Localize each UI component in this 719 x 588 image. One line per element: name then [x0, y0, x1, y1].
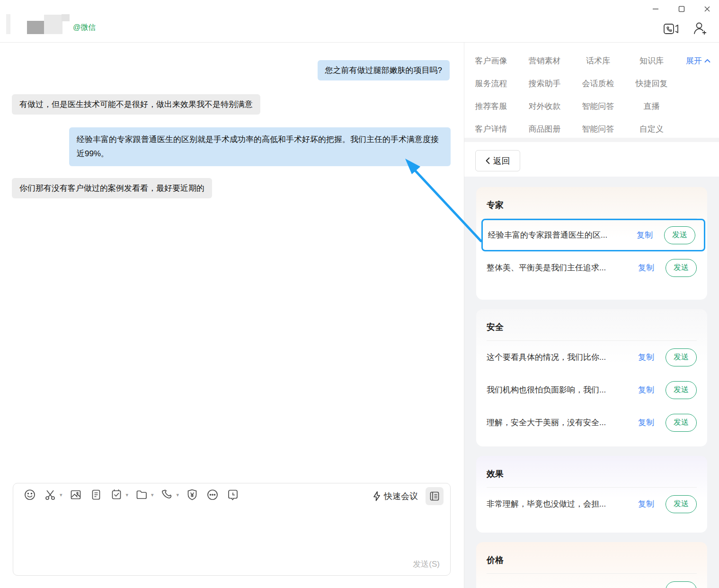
copy-link[interactable]: 复制	[638, 262, 654, 273]
side-panel-icon	[429, 490, 440, 502]
close-icon	[703, 5, 711, 13]
assistant-side-panel: 客户画像 营销素材 话术库 知识库 服务流程 搜索助手 会话质检 快捷回复 推荐…	[464, 43, 719, 588]
card-title: 价格	[476, 542, 707, 566]
chat-history-icon[interactable]	[226, 488, 240, 502]
menu-item-recommend-agent[interactable]: 推荐客服	[475, 101, 507, 112]
message-composer[interactable]: ▾ ▾ ▾ ▾ 快速会议 发送(	[13, 483, 451, 576]
emoji-icon[interactable]	[23, 488, 37, 502]
copy-link[interactable]: 复制	[637, 230, 653, 241]
send-pill-button[interactable]: 发送	[666, 414, 697, 432]
send-button[interactable]: 发送(S)	[413, 559, 440, 570]
menu-item-smart-qa-2[interactable]: 智能问答	[582, 124, 614, 134]
send-pill-button[interactable]: 发送	[666, 259, 697, 277]
send-pill-button[interactable]: 发送	[666, 495, 697, 513]
collapse-menu-label: 展开	[686, 55, 702, 66]
script-item[interactable]: 这个要看具体的情况，我们比你... 复制 发送	[476, 341, 707, 374]
folder-dropdown-caret-icon[interactable]: ▾	[151, 492, 154, 498]
script-item-text: 整体美、平衡美是我们主任追求...	[487, 262, 633, 273]
screenshot-icon[interactable]	[43, 488, 57, 502]
chevron-up-icon	[704, 59, 710, 63]
back-row: 返回	[464, 142, 719, 177]
script-card-safety: 安全 这个要看具体的情况，我们比你... 复制 发送 我们机构也很怕负面影响，我…	[476, 309, 707, 446]
phone-icon[interactable]	[160, 488, 174, 502]
image-icon[interactable]	[69, 488, 83, 502]
screenshot-dropdown-caret-icon[interactable]: ▾	[60, 492, 62, 498]
script-item[interactable]	[476, 574, 707, 588]
quick-meeting-label: 快速会议	[384, 490, 418, 502]
menu-item-customer-detail[interactable]: 客户详情	[475, 124, 507, 134]
menu-item-live-stream[interactable]: 直播	[644, 101, 660, 112]
menu-item-smart-qa[interactable]: 智能问答	[582, 101, 614, 112]
menu-item-script-library[interactable]: 话术库	[586, 55, 610, 66]
redacted-block	[44, 15, 62, 34]
script-item-highlighted[interactable]: 经验丰富的专家跟普通医生的区... 复制 发送	[481, 219, 705, 251]
chevron-left-icon	[486, 157, 490, 164]
copy-link[interactable]: 复制	[638, 384, 654, 395]
close-button[interactable]	[699, 2, 715, 16]
copy-link[interactable]: 复制	[638, 499, 654, 509]
menu-item-customer-portrait[interactable]: 客户画像	[475, 55, 507, 66]
script-item[interactable]: 理解，安全大于美丽，没有安全... 复制 发送	[476, 406, 707, 439]
menu-item-external-payment[interactable]: 对外收款	[529, 101, 561, 112]
send-pill-button[interactable]: 发送	[666, 381, 697, 399]
wechat-origin-tag: @微信	[73, 23, 96, 33]
maximize-icon	[678, 5, 685, 13]
script-item-text: 理解，安全大于美丽，没有安全...	[487, 417, 633, 428]
send-pill-button[interactable]	[666, 581, 697, 588]
phone-dropdown-caret-icon[interactable]: ▾	[177, 492, 179, 498]
menu-item-product-catalog[interactable]: 商品图册	[529, 124, 561, 134]
menu-item-knowledge-base[interactable]: 知识库	[639, 55, 664, 66]
video-call-button[interactable]	[662, 21, 681, 36]
menu-item-service-flow[interactable]: 服务流程	[475, 78, 507, 89]
script-card-price: 价格	[476, 542, 707, 588]
redacted-block	[6, 14, 10, 34]
maximize-button[interactable]	[674, 2, 690, 16]
chat-bubble-outgoing: 您之前有做过腿部嫩肤的项目吗?	[318, 60, 450, 80]
minimize-button[interactable]	[648, 2, 664, 16]
card-title: 专家	[476, 187, 707, 211]
composer-toolbar: ▾ ▾ ▾ ▾	[23, 488, 240, 502]
send-pill-button[interactable]: 发送	[666, 348, 697, 366]
side-panel-toggle-button[interactable]	[426, 487, 444, 505]
script-item-text: 经验丰富的专家跟普通医生的区...	[488, 230, 632, 241]
script-item[interactable]: 整体美、平衡美是我们主任追求... 复制 发送	[476, 251, 707, 284]
copy-link[interactable]: 复制	[638, 352, 654, 363]
chat-bubble-outgoing: 经验丰富的专家跟普通医生的区别就是手术成功率的高低和手术好坏的把握。我们主任的手…	[69, 127, 451, 166]
folder-icon[interactable]	[134, 488, 149, 502]
menu-item-custom[interactable]: 自定义	[639, 124, 664, 134]
payment-icon[interactable]	[185, 488, 199, 502]
panel-divider-band	[464, 138, 719, 142]
add-member-icon	[692, 21, 707, 36]
send-pill-button[interactable]: 发送	[664, 226, 695, 244]
script-item[interactable]: 我们机构也很怕负面影响，我们... 复制 发送	[476, 374, 707, 406]
script-card-list: 专家 经验丰富的专家跟普通医生的区... 复制 发送 整体美、平衡美是我们主任追…	[464, 177, 719, 588]
script-item-text: 非常理解，毕竟也没做过，会担...	[487, 499, 633, 509]
file-icon[interactable]	[89, 488, 103, 502]
todo-icon[interactable]	[109, 488, 124, 502]
script-card-effect: 效果 非常理解，毕竟也没做过，会担... 复制 发送	[476, 456, 707, 533]
quick-meeting-button[interactable]: 快速会议	[373, 490, 418, 502]
lightning-icon	[373, 491, 381, 501]
composer-right-actions: 快速会议	[373, 487, 444, 505]
chat-bubble-incoming: 你们那有没有客户做过的案例发看看，最好要近期的	[12, 178, 212, 198]
more-icon[interactable]	[205, 488, 220, 502]
minimize-icon	[652, 5, 659, 13]
script-item-text: 我们机构也很怕负面影响，我们...	[487, 384, 633, 395]
menu-item-quick-reply[interactable]: 快捷回复	[636, 78, 668, 89]
script-item-text: 这个要看具体的情况，我们比你...	[487, 352, 633, 363]
menu-item-marketing-material[interactable]: 营销素材	[529, 55, 561, 66]
chat-bubble-incoming: 有做过，但是医生技术可能不是很好，做出来效果我不是特别满意	[12, 94, 260, 115]
panel-menu-grid: 客户画像 营销素材 话术库 知识库 服务流程 搜索助手 会话质检 快捷回复 推荐…	[464, 49, 682, 140]
script-item[interactable]: 非常理解，毕竟也没做过，会担... 复制 发送	[476, 488, 707, 520]
card-title: 效果	[476, 456, 707, 480]
menu-item-search-assistant[interactable]: 搜索助手	[529, 78, 561, 89]
menu-item-session-qc[interactable]: 会话质检	[582, 78, 614, 89]
todo-dropdown-caret-icon[interactable]: ▾	[126, 492, 129, 498]
copy-link[interactable]: 复制	[638, 417, 654, 428]
video-call-icon	[663, 22, 679, 36]
back-button[interactable]: 返回	[475, 150, 520, 171]
redacted-block	[27, 21, 44, 34]
card-title: 安全	[476, 309, 707, 333]
add-member-button[interactable]	[690, 20, 709, 37]
collapse-menu-button[interactable]: 展开	[686, 55, 710, 66]
